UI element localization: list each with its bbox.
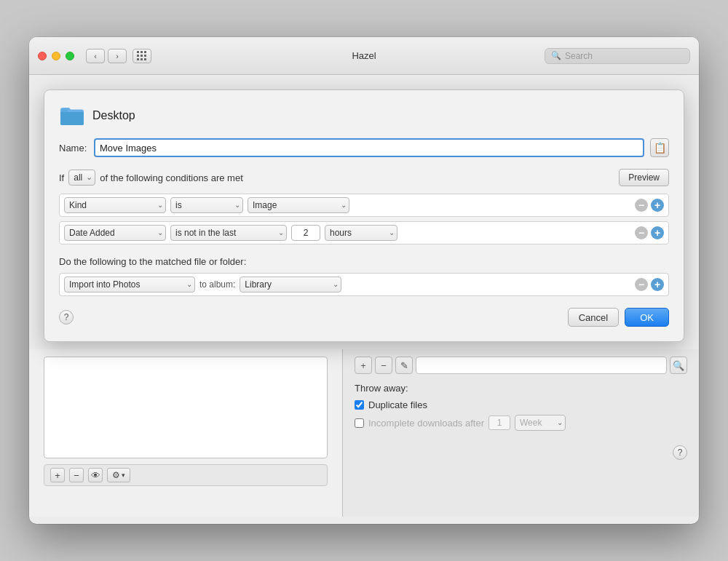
action-add-button[interactable]: +	[651, 278, 664, 291]
do-section: Do the following to the matched file or …	[59, 256, 669, 296]
action-buttons: − +	[635, 278, 664, 291]
rule-dialog: Desktop Name: 📋 If all of the following …	[44, 89, 684, 342]
cond2-operator-wrapper: is not in the last	[170, 225, 287, 241]
gear-chevron: ▾	[122, 472, 125, 479]
cond2-buttons: − +	[635, 226, 664, 239]
throw-away-label: Throw away:	[355, 383, 687, 394]
album-label: to album:	[199, 279, 235, 290]
cond1-remove-button[interactable]: −	[635, 199, 648, 212]
conditions-all-select[interactable]: all	[68, 170, 95, 186]
grid-icon	[137, 51, 147, 61]
cond2-number-input[interactable]	[291, 225, 320, 241]
gear-icon: ⚙	[112, 470, 120, 480]
minimize-button[interactable]	[52, 52, 60, 60]
album-select[interactable]: Library	[240, 276, 341, 293]
action-select[interactable]: Import into Photos	[64, 276, 195, 293]
name-input[interactable]	[94, 138, 644, 157]
name-label: Name:	[59, 143, 88, 154]
search-icon: 🔍	[551, 51, 561, 60]
action-row: Import into Photos to album: Library − +	[59, 273, 669, 296]
cond1-value-select[interactable]: Image	[248, 197, 349, 213]
forward-button[interactable]: ›	[108, 49, 127, 63]
preview-button[interactable]: Preview	[619, 169, 669, 186]
folder-title: Desktop	[92, 109, 135, 122]
titlebar: ‹ › Hazel 🔍	[29, 37, 699, 75]
action-select-wrapper: Import into Photos	[64, 276, 195, 293]
throw-away-section: Throw away: Duplicate files Incomplete d…	[355, 383, 687, 431]
folder-list	[44, 357, 328, 458]
cond2-remove-button[interactable]: −	[635, 226, 648, 239]
cond1-buttons: − +	[635, 199, 664, 212]
duplicate-files-label: Duplicate files	[368, 399, 427, 410]
folder-icon	[59, 105, 85, 127]
cond1-value-wrapper: Image	[248, 197, 349, 213]
name-row: Name: 📋	[59, 138, 669, 157]
duplicate-files-row: Duplicate files	[355, 399, 687, 410]
right-panel: + − ✎ 🔍 Throw away: Duplicate files Inco…	[342, 349, 699, 517]
help-button[interactable]: ?	[59, 310, 74, 325]
maximize-button[interactable]	[66, 52, 74, 60]
search-input[interactable]	[565, 51, 684, 61]
incomplete-downloads-row: Incomplete downloads after Week	[355, 415, 687, 431]
background-content: + − 👁 ⚙ ▾ + − ✎ 🔍	[29, 349, 699, 517]
cond2-add-button[interactable]: +	[651, 226, 664, 239]
traffic-lights	[38, 52, 74, 60]
cond2-unit-wrapper: hours	[325, 225, 397, 241]
incomplete-number-input[interactable]	[488, 415, 510, 430]
panel-toolbar: + − 👁 ⚙ ▾	[44, 464, 328, 486]
cond1-field-wrapper: Kind	[64, 197, 166, 213]
cancel-button[interactable]: Cancel	[568, 308, 619, 327]
svg-rect-0	[62, 109, 68, 112]
condition-row-1: Kind is Image − +	[59, 194, 669, 217]
cond2-unit-select[interactable]: hours	[325, 225, 397, 241]
left-panel: + − 👁 ⚙ ▾	[29, 349, 342, 517]
conditions-if-label: If	[59, 172, 64, 183]
main-window: ‹ › Hazel 🔍	[29, 37, 699, 524]
back-button[interactable]: ‹	[86, 49, 105, 63]
incomplete-downloads-label: Incomplete downloads after	[368, 418, 484, 429]
condition-row-2: Date Added is not in the last hours − +	[59, 221, 669, 244]
doc-icon-button[interactable]: 📋	[650, 138, 669, 157]
grid-view-button[interactable]	[132, 49, 151, 63]
conditions-header: If all of the following conditions are m…	[59, 169, 669, 186]
magnifier-icon: 🔍	[673, 360, 684, 371]
action-remove-button[interactable]: −	[635, 278, 648, 291]
incomplete-downloads-checkbox[interactable]	[355, 418, 364, 428]
dialog-bottom: ? Cancel OK	[59, 308, 669, 327]
week-select[interactable]: Week	[515, 415, 566, 431]
dialog-action-buttons: Cancel OK	[568, 308, 669, 327]
eye-button[interactable]: 👁	[88, 468, 103, 482]
window-title: Hazel	[352, 50, 376, 61]
cond1-field-select[interactable]: Kind	[64, 197, 166, 213]
remove-folder-button[interactable]: −	[69, 468, 84, 482]
right-edit-button[interactable]: ✎	[395, 357, 413, 374]
cond2-field-wrapper: Date Added	[64, 225, 166, 241]
gear-button[interactable]: ⚙ ▾	[107, 468, 130, 482]
conditions-all-select-wrapper: all	[68, 170, 95, 186]
right-toolbar: + − ✎ 🔍	[355, 357, 687, 374]
duplicate-files-checkbox[interactable]	[355, 400, 364, 410]
ok-button[interactable]: OK	[625, 308, 669, 327]
cond2-field-select[interactable]: Date Added	[64, 225, 166, 241]
search-bar[interactable]: 🔍	[545, 48, 690, 64]
right-search-input[interactable]	[416, 357, 667, 374]
album-select-wrapper: Library	[240, 276, 341, 293]
cond1-operator-wrapper: is	[170, 197, 243, 213]
cond2-operator-select[interactable]: is not in the last	[170, 225, 287, 241]
do-label: Do the following to the matched file or …	[59, 256, 669, 267]
add-folder-button[interactable]: +	[50, 468, 65, 482]
close-button[interactable]	[38, 52, 47, 60]
conditions-of-label: of the following conditions are met	[100, 172, 243, 183]
right-search-button[interactable]: 🔍	[670, 357, 687, 374]
right-help-button[interactable]: ?	[673, 445, 687, 460]
eye-icon: 👁	[91, 470, 100, 481]
right-remove-button[interactable]: −	[375, 357, 392, 374]
right-add-button[interactable]: +	[355, 357, 372, 374]
cond1-operator-select[interactable]: is	[170, 197, 243, 213]
folder-header: Desktop	[59, 105, 669, 127]
week-select-wrapper: Week	[515, 415, 566, 431]
navigation-buttons: ‹ ›	[86, 49, 151, 63]
cond1-add-button[interactable]: +	[651, 199, 664, 212]
